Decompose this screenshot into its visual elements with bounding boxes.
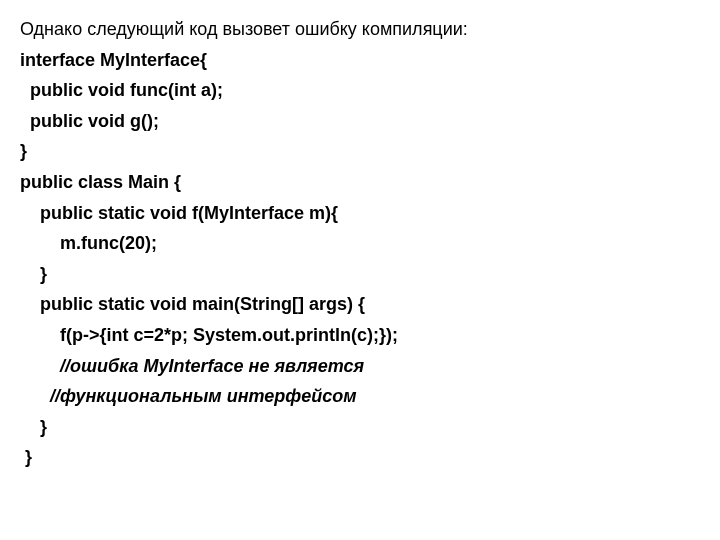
code-line: public static void main(String[] args) {	[20, 289, 700, 320]
intro-text: Однако следующий код вызовет ошибку комп…	[20, 14, 700, 45]
code-line: }	[20, 136, 700, 167]
code-line: public class Main {	[20, 167, 700, 198]
code-line: }	[20, 442, 700, 473]
code-comment: //функциональным интерфейсом	[20, 381, 700, 412]
code-line: m.func(20);	[20, 228, 700, 259]
code-line: public void g();	[20, 106, 700, 137]
code-comment: //ошибка MyInterface не является	[20, 351, 700, 382]
code-line: f(p->{int c=2*p; System.out.println(c);}…	[20, 320, 700, 351]
code-line: interface MyInterface{	[20, 45, 700, 76]
code-line: }	[20, 412, 700, 443]
code-line: public void func(int a);	[20, 75, 700, 106]
code-line: public static void f(MyInterface m){	[20, 198, 700, 229]
code-line: }	[20, 259, 700, 290]
